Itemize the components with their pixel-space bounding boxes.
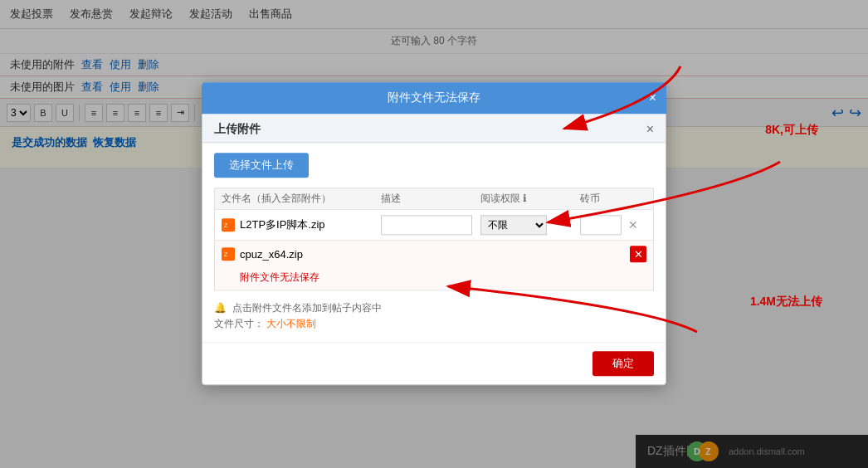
notes-size-prefix: 文件尺寸： bbox=[214, 319, 264, 330]
notes-size-link[interactable]: 大小不限制 bbox=[266, 319, 316, 330]
upload-modal: 附件文件无法保存 × 上传附件 × 选择文件上传 文件名（插入全部附件） 描述 … bbox=[202, 82, 666, 385]
file-2-delete-button[interactable]: ✕ bbox=[630, 246, 646, 262]
file-1-read-limit-cell: 不限 仅会员 付费 bbox=[480, 215, 580, 235]
notes-line-2: 文件尺寸： 大小不限制 bbox=[214, 317, 654, 333]
file-1-read-select[interactable]: 不限 仅会员 付费 bbox=[480, 215, 547, 235]
col-desc: 描述 bbox=[381, 192, 480, 206]
file-2-icon: Z bbox=[222, 247, 235, 261]
modal-backdrop: 附件文件无法保存 × 上传附件 × 选择文件上传 文件名（插入全部附件） 描述 … bbox=[0, 0, 868, 468]
file-1-name-cell: Z L2TP多IP脚本.zip bbox=[222, 217, 381, 232]
file-table-header: 文件名（插入全部附件） 描述 阅读权限 ℹ 砖币 bbox=[214, 188, 654, 210]
file-row-1: Z L2TP多IP脚本.zip 不限 仅会员 付费 bbox=[214, 210, 654, 241]
file-row-2: Z cpuz_x64.zip ✕ 附件文件无法保存 bbox=[214, 241, 654, 290]
confirm-button[interactable]: 确定 bbox=[592, 352, 654, 377]
error-banner-close[interactable]: × bbox=[649, 91, 656, 105]
file-1-name: L2TP多IP脚本.zip bbox=[240, 217, 325, 232]
file-2-error-message: 附件文件无法保存 bbox=[215, 267, 653, 290]
col-filename: 文件名（插入全部附件） bbox=[222, 192, 381, 206]
col-read-limit: 阅读权限 ℹ bbox=[480, 192, 580, 206]
modal-footer: 确定 bbox=[202, 343, 666, 385]
file-1-coins-input[interactable] bbox=[580, 215, 622, 235]
notes-text-1: 点击附件文件名添加到帖子内容中 bbox=[232, 302, 382, 314]
modal-notes: 🔔 点击附件文件名添加到帖子内容中 文件尺寸： 大小不限制 bbox=[214, 300, 654, 332]
file-1-icon: Z bbox=[222, 218, 235, 232]
modal-body: 选择文件上传 文件名（插入全部附件） 描述 阅读权限 ℹ 砖币 Z L bbox=[202, 143, 666, 342]
file-1-desc-input[interactable] bbox=[381, 215, 472, 235]
file-1-delete-button[interactable]: ✕ bbox=[625, 218, 641, 232]
col-coins: 砖币 bbox=[580, 192, 646, 206]
modal-title: 上传附件 bbox=[214, 122, 261, 137]
warning-icon: 🔔 bbox=[214, 302, 227, 314]
file-2-name-cell: Z cpuz_x64.zip bbox=[222, 247, 303, 261]
file-1-desc-cell bbox=[381, 215, 480, 235]
file-2-name: cpuz_x64.zip bbox=[240, 248, 303, 261]
modal-close-button[interactable]: × bbox=[646, 122, 654, 137]
error-banner-text: 附件文件无法保存 bbox=[388, 90, 480, 104]
choose-file-button[interactable]: 选择文件上传 bbox=[214, 153, 309, 178]
file-2-top: Z cpuz_x64.zip ✕ bbox=[215, 241, 653, 267]
svg-text:Z: Z bbox=[224, 251, 228, 257]
file-1-coins-cell: ✕ bbox=[580, 215, 646, 235]
error-banner: 附件文件无法保存 × bbox=[202, 82, 666, 114]
svg-text:Z: Z bbox=[224, 222, 228, 228]
modal-header: 上传附件 × bbox=[202, 114, 666, 143]
notes-line-1: 🔔 点击附件文件名添加到帖子内容中 bbox=[214, 300, 654, 316]
